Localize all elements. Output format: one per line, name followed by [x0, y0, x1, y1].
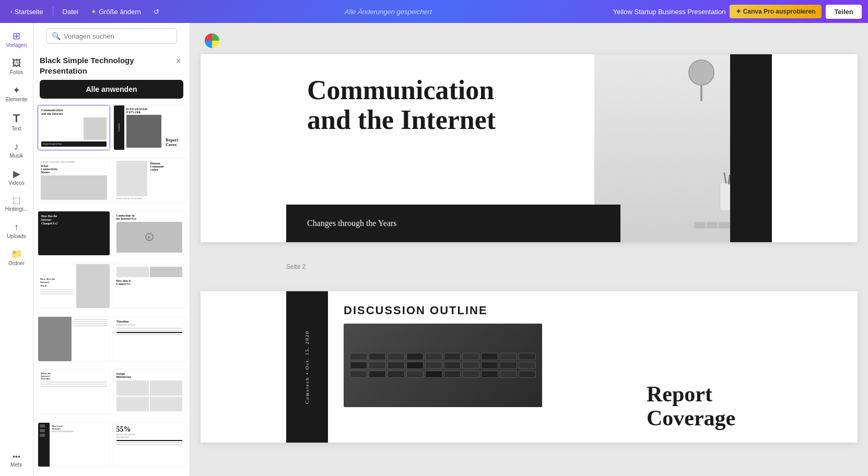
sidebar-item-uploads[interactable]: ↑ Uploads	[2, 218, 31, 243]
slide2-outline-title: DISCUSSION OUTLINE	[344, 304, 620, 317]
slide-1-container: Communication and the Internet	[201, 54, 858, 242]
color-blue	[205, 41, 212, 48]
nav-divider-1	[53, 6, 53, 17]
top-navigation: ‹ Startseite Datei ✦ Größe ändern ↺ Alle…	[0, 0, 868, 23]
sidebar-item-videos[interactable]: ▶ Videos	[2, 165, 31, 190]
color-red	[205, 33, 212, 41]
template-thumb-8[interactable]: How does itConnect Us	[113, 264, 186, 309]
background-icon: ⬚	[13, 196, 20, 205]
template-panel: 🔍 Black Simple Technology Presentation ×…	[33, 23, 190, 476]
slide2-report-title: Report Coverage	[647, 382, 761, 430]
canvas-area[interactable]: Communication and the Internet	[190, 23, 868, 476]
sidebar-item-music[interactable]: ♪ Musik	[2, 138, 31, 163]
sidebar-item-label: Musik	[9, 153, 23, 159]
sidebar-item-text[interactable]: T Text	[2, 109, 31, 136]
template-thumb-2[interactable]: Comstech DISCUSSION OUTLINE ReportCover.	[113, 105, 186, 150]
sidebar-item-label: Elemente	[5, 97, 27, 102]
template-thumb-12[interactable]: UsageMilestones	[113, 369, 186, 414]
sidebar-item-more[interactable]: ••• Mehr	[2, 449, 31, 472]
resize-button[interactable]: ✦ Größe ändern	[87, 6, 145, 18]
thumb1-title: Communicationand the Internet	[41, 109, 107, 116]
apply-all-button[interactable]: Alle anwenden	[40, 80, 183, 99]
music-icon: ♪	[14, 142, 19, 151]
template-thumb-5[interactable]: How Has theInternetChanged Us?	[38, 211, 110, 256]
template-thumb-4[interactable]: HumanCommuni-cation A WORLD BEFORE THE I…	[113, 158, 186, 203]
document-title: Yellow Startup Business Presentation	[613, 8, 726, 16]
template-thumb-10[interactable]: Timeline FROM THEN TO NOW	[113, 316, 186, 362]
search-icon: 🔍	[52, 32, 61, 40]
search-bar[interactable]: 🔍	[46, 28, 177, 44]
sidebar-item-label: Hintergr...	[5, 206, 28, 212]
sidebar-item-folder[interactable]: 📁 Ordner	[2, 245, 31, 270]
main-layout: ⊞ Vorlagen 🖼 Fotos ✦ Elemente T Text ♪ M…	[0, 23, 868, 476]
home-arrow-icon: ‹	[10, 8, 13, 15]
template-thumb-11[interactable]: What theInternetProvides	[38, 369, 110, 414]
template-thumb-14[interactable]: 55% WORLD POPULATIONWITH ACCESS	[113, 422, 186, 468]
slide2-left-bar: Comstech • Oct. 15, 2020	[286, 291, 328, 443]
template-grid: Communicationand the Internet Changes th…	[33, 105, 190, 476]
lamp-decoration	[688, 59, 714, 96]
home-button[interactable]: ‹ Startseite	[6, 6, 48, 18]
slide2-right-panel: Report Coverage	[636, 291, 772, 443]
folder-icon: 📁	[11, 249, 22, 259]
share-button[interactable]: Teilen	[826, 5, 862, 19]
slide1-main-title: Communication and the Internet	[307, 75, 573, 135]
sidebar-item-photos[interactable]: 🖼 Fotos	[2, 54, 31, 79]
slide1-bottom-bar: Changes through the Years	[286, 205, 620, 242]
panel-header: Black Simple Technology Presentation ×	[33, 49, 190, 80]
panel-search-area: 🔍	[33, 23, 190, 49]
sidebar-item-elements[interactable]: ✦ Elemente	[2, 81, 31, 106]
photos-icon: 🖼	[12, 58, 21, 68]
slide-2: Comstech • Oct. 15, 2020 DISCUSSION OUTL…	[286, 291, 772, 443]
color-swatch-icon[interactable]	[205, 33, 219, 48]
sidebar-item-background[interactable]: ⬚ Hintergr...	[2, 192, 31, 216]
template-thumb-1[interactable]: Communicationand the Internet Changes th…	[38, 105, 110, 150]
sidebar-item-label: Uploads	[7, 233, 26, 239]
videos-icon: ▶	[13, 169, 20, 178]
search-input[interactable]	[64, 32, 171, 40]
color-green	[212, 33, 219, 41]
sidebar-item-label: Text	[11, 126, 21, 132]
slide-2-container: Comstech • Oct. 15, 2020 DISCUSSION OUTL…	[201, 291, 858, 443]
file-button[interactable]: Datei	[58, 6, 83, 18]
slide1-bottom-text: Changes through the Years	[307, 219, 397, 228]
sidebar-item-label: Vorlagen	[6, 42, 27, 48]
slide2-main-content: DISCUSSION OUTLINE	[328, 291, 636, 443]
slide2-image	[344, 324, 542, 407]
sidebar-item-label: Ordner	[8, 260, 25, 266]
more-icon: •••	[13, 453, 20, 460]
slide1-right-accent	[730, 54, 772, 242]
canva-pro-button[interactable]: ✦ Canva Pro ausprobieren	[730, 5, 822, 18]
left-sidebar: ⊞ Vorlagen 🖼 Fotos ✦ Elemente T Text ♪ M…	[0, 23, 33, 476]
slide-1: Communication and the Internet	[286, 54, 772, 242]
sidebar-item-templates[interactable]: ⊞ Vorlagen	[2, 27, 31, 52]
color-yellow	[212, 41, 219, 48]
sidebar-item-label: Fotos	[10, 69, 23, 75]
template-thumb-9[interactable]	[38, 316, 110, 362]
seite-2-label: Seite 2	[286, 263, 772, 270]
undo-button[interactable]: ↺	[149, 6, 163, 18]
uploads-icon: ↑	[14, 222, 19, 232]
template-thumb-6[interactable]: Connections inthe Internet Era ▶	[113, 211, 186, 256]
panel-title: Black Simple Technology Presentation	[40, 55, 173, 76]
sidebar-item-label: Videos	[8, 180, 24, 186]
panel-close-button[interactable]: ×	[173, 55, 183, 67]
templates-icon: ⊞	[13, 31, 20, 41]
elements-icon: ✦	[13, 86, 20, 95]
template-thumb-7[interactable]: How does theInternetWork	[38, 264, 110, 309]
sidebar-item-label: Mehr	[10, 462, 22, 468]
autosave-status: Alle Änderungen gespeichert	[168, 8, 609, 16]
slide2-date-text: Comstech • Oct. 15, 2020	[304, 330, 310, 404]
text-icon: T	[13, 113, 20, 124]
nav-right-actions: Yellow Startup Business Presentation ✦ C…	[613, 5, 862, 19]
template-thumb-13[interactable]: Most UsedWebsites BASED ON ALEXA RANKING…	[38, 422, 110, 468]
template-thumb-3[interactable]: A WORLD BEFORE THE INTERNET WhatConnecti…	[38, 158, 110, 203]
